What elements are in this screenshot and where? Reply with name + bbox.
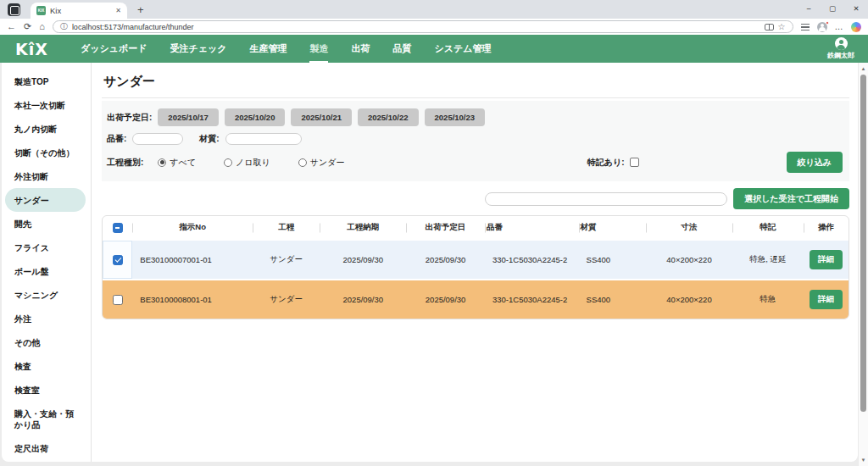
site-info-icon[interactable]: ⓘ: [60, 23, 68, 31]
col-hinban: 品番: [485, 216, 579, 240]
start-process-button[interactable]: 選択した受注で工程開始: [733, 188, 849, 209]
sidebar-item-sonota[interactable]: その他: [5, 330, 86, 354]
sidebar-item-zaiko-shukka[interactable]: 在庫出荷: [5, 460, 86, 462]
sidebar-item-ball-ban[interactable]: ボール盤: [5, 259, 86, 283]
sidebar-item-teijaku-shukka[interactable]: 定尺出荷: [5, 436, 86, 460]
more-menu-icon[interactable]: …: [835, 23, 844, 31]
nav-seizo[interactable]: 製造: [309, 35, 328, 63]
process-type-filter-row: 工程種別: すべて ノロ取り サンダー 特記あり: 絞り込み: [107, 152, 843, 173]
maximize-button[interactable]: ▢: [821, 0, 844, 17]
table-header-row: 指示No 工程 工程納期 出荷予定日 品番 材質 寸法 特記 操作: [103, 216, 849, 240]
tab-close-icon[interactable]: ✕: [115, 7, 121, 14]
page-viewport: 製造TOP 本社一次切断 丸ノ内切断 切断（その他） 外注切断 サンダー 開先 …: [0, 63, 868, 466]
sidebar-item-kaisaki[interactable]: 開先: [5, 212, 86, 236]
date-button-1021[interactable]: 2025/10/21: [291, 108, 352, 126]
detail-button[interactable]: 詳細: [810, 250, 843, 269]
tab-actions-icon[interactable]: [8, 3, 20, 16]
sidebar-item-kensa[interactable]: 検査: [5, 354, 86, 378]
date-button-1020[interactable]: 2025/10/20: [225, 108, 286, 126]
nav-hinshitsu[interactable]: 品質: [392, 35, 411, 63]
app-header: KîX ダッシュボード 受注チェック 生産管理 製造 出荷 品質 システム管理 …: [0, 35, 868, 63]
sidebar-item-setsudan-sonota[interactable]: 切断（その他）: [5, 141, 86, 164]
nav-juchu-check[interactable]: 受注チェック: [170, 35, 226, 63]
bookmark-star-icon[interactable]: ☆: [778, 23, 786, 31]
radio-icon: [224, 158, 232, 167]
copilot-icon[interactable]: [851, 22, 861, 32]
kotei-type-label: 工程種別:: [107, 157, 143, 169]
kix-favicon-icon: KîX: [36, 6, 46, 15]
close-button[interactable]: ✕: [844, 0, 868, 17]
date-button-1017[interactable]: 2025/10/17: [158, 108, 219, 126]
table-row: BE30100008001-01 サンダー 2025/09/30 2025/09…: [103, 280, 849, 319]
sidebar-item-sander[interactable]: サンダー: [5, 188, 86, 212]
row-checkbox-cell: [103, 240, 132, 280]
radio-norotori[interactable]: ノロ取り: [224, 157, 270, 169]
main-nav: ダッシュボード 受注チェック 生産管理 製造 出荷 品質 システム管理: [81, 35, 492, 63]
ship-date-filter-row: 出荷予定日: 2025/10/17 2025/10/20 2025/10/21 …: [107, 108, 843, 126]
scroll-down-icon[interactable]: ▼: [859, 458, 868, 463]
select-all-checkbox[interactable]: [113, 223, 123, 233]
nav-system-kanri[interactable]: システム管理: [434, 35, 491, 63]
nav-dashboard[interactable]: ダッシュボード: [81, 35, 147, 63]
user-name: 鉄鋼太郎: [827, 51, 854, 60]
row-checkbox-unchecked[interactable]: [113, 295, 123, 305]
page-scrollbar[interactable]: ▲ ▼: [858, 63, 868, 466]
sidebar-item-machining[interactable]: マシニング: [5, 283, 86, 307]
detail-button[interactable]: 詳細: [810, 290, 843, 309]
date-button-1022[interactable]: 2025/10/22: [358, 108, 419, 126]
zaishitsu-label: 材質:: [199, 133, 219, 145]
minimize-button[interactable]: –: [797, 0, 821, 17]
sidebar-item-furaisu[interactable]: フライス: [5, 236, 86, 259]
browser-tabstrip: KîX Kix ✕ + – ▢ ✕: [0, 0, 868, 19]
user-menu[interactable]: 鉄鋼太郎: [827, 35, 854, 63]
sidebar-item-kensashitsu[interactable]: 検査室: [5, 378, 86, 402]
col-zaishitsu: 材質: [579, 216, 647, 240]
radio-norotori-label: ノロ取り: [236, 157, 270, 169]
row-checkbox-checked[interactable]: [113, 255, 123, 265]
col-shukka-yoteibi: 出荷予定日: [406, 216, 485, 240]
url-text[interactable]: localhost:5173/manufacture/thunder: [72, 23, 760, 31]
cell-kotei: サンダー: [253, 240, 320, 280]
zaishitsu-input[interactable]: [225, 133, 302, 145]
sidebar-item-gaichu-setsudan[interactable]: 外注切断: [5, 164, 86, 188]
nav-shukka[interactable]: 出荷: [351, 35, 370, 63]
home-button[interactable]: ⌂: [39, 22, 45, 31]
radio-sander[interactable]: サンダー: [298, 157, 345, 169]
profile-notification-dot: [826, 21, 829, 25]
process-sidebar: 製造TOP 本社一次切断 丸ノ内切断 切断（その他） 外注切断 サンダー 開先 …: [2, 63, 92, 462]
cell-kotei-nouki: 2025/09/30: [320, 240, 406, 280]
scrollbar-thumb[interactable]: [860, 75, 866, 412]
sidebar-item-honsha-ichiji-setsudan[interactable]: 本社一次切断: [5, 93, 86, 117]
sidebar-item-gaichu[interactable]: 外注: [5, 307, 86, 330]
filter-button[interactable]: 絞り込み: [787, 152, 843, 173]
col-kotei: 工程: [253, 216, 320, 240]
sidebar-item-seizo-top[interactable]: 製造TOP: [5, 69, 86, 93]
hinban-label: 品番:: [107, 133, 126, 145]
page-card: 製造TOP 本社一次切断 丸ノ内切断 切断（その他） 外注切断 サンダー 開先 …: [2, 63, 858, 462]
refresh-button[interactable]: ⟳: [24, 22, 31, 31]
order-scan-input[interactable]: [485, 192, 727, 206]
sidebar-item-marunouchi-setsudan[interactable]: 丸ノ内切断: [5, 117, 86, 141]
cell-sousa: 詳細: [804, 280, 849, 319]
cell-tokki: 特急: [732, 280, 804, 319]
browser-profile-avatar[interactable]: [817, 22, 827, 32]
cell-zaishitsu: SS400: [579, 280, 647, 319]
favorites-icon[interactable]: [801, 24, 810, 31]
date-button-1023[interactable]: 2025/10/23: [425, 108, 486, 126]
orders-table-card: 指示No 工程 工程納期 出荷予定日 品番 材質 寸法 特記 操作: [102, 215, 849, 319]
tokki-label: 特記あり:: [587, 157, 625, 169]
radio-icon: [298, 158, 307, 167]
text-filter-row: 品番: 材質:: [107, 133, 843, 145]
address-bar[interactable]: ⓘ localhost:5173/manufacture/thunder ☆: [53, 20, 793, 33]
new-tab-button[interactable]: +: [137, 4, 144, 15]
split-screen-icon[interactable]: [765, 24, 774, 31]
tokki-checkbox[interactable]: [630, 158, 639, 167]
back-button[interactable]: ←: [7, 22, 16, 31]
tab-title: Kix: [50, 6, 111, 15]
scroll-up-icon[interactable]: ▲: [859, 66, 868, 71]
radio-subete[interactable]: すべて: [158, 157, 196, 169]
nav-seisan-kanri[interactable]: 生産管理: [249, 35, 287, 63]
sidebar-item-kounyu-shikyu-azukari[interactable]: 購入・支給・預かり品: [5, 402, 86, 436]
hinban-input[interactable]: [132, 133, 183, 145]
browser-tab[interactable]: KîX Kix ✕: [31, 3, 127, 19]
